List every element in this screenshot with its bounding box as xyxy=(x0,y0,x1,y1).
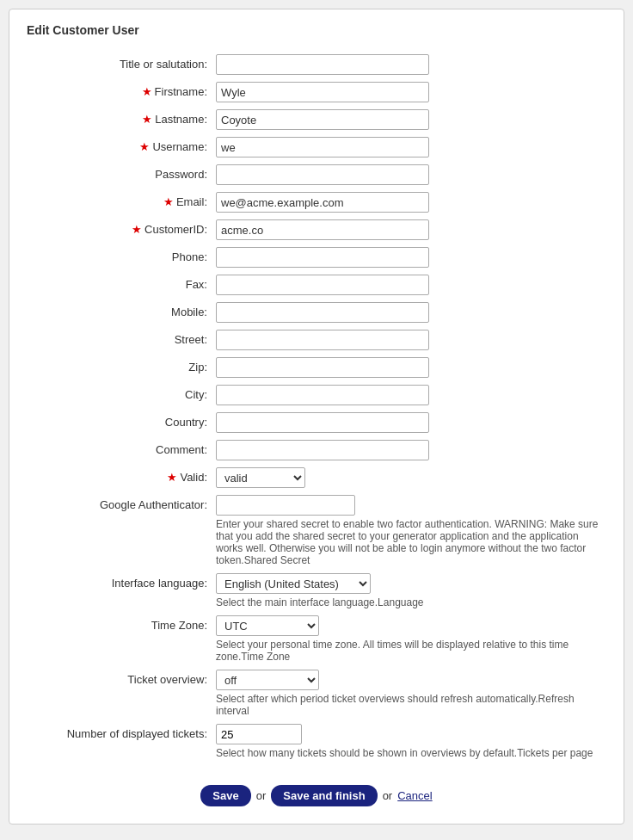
label-city: City: xyxy=(27,385,216,401)
label-email: ★Email: xyxy=(27,192,216,208)
label-num-tickets: Number of displayed tickets: xyxy=(27,724,216,740)
label-phone: Phone: xyxy=(27,247,216,263)
label-customer-id: ★CustomerID: xyxy=(27,219,216,236)
label-lastname: ★Lastname: xyxy=(27,109,216,126)
required-star: ★ xyxy=(132,223,142,236)
ticket-overview-hint: Select after which period ticket overvie… xyxy=(216,693,606,717)
required-star: ★ xyxy=(139,140,150,153)
label-username: ★Username: xyxy=(27,137,216,153)
label-zip: Zip: xyxy=(27,357,216,374)
label-timezone: Time Zone: xyxy=(27,615,216,632)
row-customer-id: ★CustomerID: xyxy=(27,219,606,240)
input-google-auth[interactable] xyxy=(216,495,355,516)
google-auth-field-col: Enter your shared secret to enable two f… xyxy=(216,495,606,566)
row-country: Country: xyxy=(27,412,606,433)
row-google-auth: Google Authenticator: Enter your shared … xyxy=(27,495,606,566)
select-ticket-overview[interactable]: off 1 minute 5 minutes xyxy=(216,670,319,690)
select-valid[interactable]: valid invalid xyxy=(216,467,305,488)
timezone-hint: Select your personal time zone. All time… xyxy=(216,639,606,663)
label-title-salutation: Title or salutation: xyxy=(27,54,216,71)
row-password: Password: xyxy=(27,164,606,185)
input-country[interactable] xyxy=(216,412,429,433)
label-country: Country: xyxy=(27,412,216,429)
input-firstname[interactable] xyxy=(216,82,429,102)
required-star: ★ xyxy=(142,113,152,126)
required-star: ★ xyxy=(167,471,177,484)
row-ticket-overview: Ticket overview: off 1 minute 5 minutes … xyxy=(27,670,606,717)
row-comment: Comment: xyxy=(27,440,606,460)
num-tickets-field-col: Select how many tickets should be shown … xyxy=(216,724,593,759)
input-customer-id[interactable] xyxy=(216,219,429,240)
label-valid: ★Valid: xyxy=(27,467,216,484)
cancel-button[interactable]: Cancel xyxy=(397,789,432,802)
label-comment: Comment: xyxy=(27,440,216,456)
save-and-finish-button[interactable]: Save and finish xyxy=(271,785,377,806)
interface-lang-hint: Select the main interface language.Langu… xyxy=(216,596,424,608)
input-city[interactable] xyxy=(216,385,429,405)
input-street[interactable] xyxy=(216,330,429,350)
row-mobile: Mobile: xyxy=(27,302,606,323)
input-username[interactable] xyxy=(216,137,429,158)
required-star: ★ xyxy=(142,85,152,98)
label-fax: Fax: xyxy=(27,275,216,291)
page-title: Edit Customer User xyxy=(27,23,606,42)
select-interface-lang[interactable]: English (United States) xyxy=(216,573,371,594)
row-phone: Phone: xyxy=(27,247,606,268)
label-firstname: ★Firstname: xyxy=(27,82,216,98)
interface-lang-field-col: English (United States) Select the main … xyxy=(216,573,424,608)
input-zip[interactable] xyxy=(216,357,429,378)
input-num-tickets[interactable] xyxy=(216,724,302,744)
input-email[interactable] xyxy=(216,192,429,213)
row-street: Street: xyxy=(27,330,606,350)
label-password: Password: xyxy=(27,164,216,181)
row-timezone: Time Zone: UTC Select your personal time… xyxy=(27,615,606,663)
row-num-tickets: Number of displayed tickets: Select how … xyxy=(27,724,606,759)
label-google-auth: Google Authenticator: xyxy=(27,495,216,511)
input-phone[interactable] xyxy=(216,247,429,268)
input-title-salutation[interactable] xyxy=(216,54,429,75)
label-street: Street: xyxy=(27,330,216,346)
save-button[interactable]: Save xyxy=(200,785,250,806)
row-firstname: ★Firstname: xyxy=(27,82,606,102)
google-auth-hint: Enter your shared secret to enable two f… xyxy=(216,518,606,566)
timezone-field-col: UTC Select your personal time zone. All … xyxy=(216,615,606,663)
row-zip: Zip: xyxy=(27,357,606,378)
button-row: Save or Save and finish or Cancel xyxy=(27,776,606,806)
num-tickets-hint: Select how many tickets should be shown … xyxy=(216,747,593,759)
input-mobile[interactable] xyxy=(216,302,429,323)
select-timezone[interactable]: UTC xyxy=(216,615,319,636)
row-email: ★Email: xyxy=(27,192,606,213)
or-text-2: or xyxy=(383,789,393,802)
input-comment[interactable] xyxy=(216,440,429,460)
label-interface-lang: Interface language: xyxy=(27,573,216,590)
edit-customer-user-form: Edit Customer User Title or salutation: … xyxy=(9,9,624,825)
label-ticket-overview: Ticket overview: xyxy=(27,670,216,686)
or-text-1: or xyxy=(256,789,267,802)
row-lastname: ★Lastname: xyxy=(27,109,606,130)
ticket-overview-field-col: off 1 minute 5 minutes Select after whic… xyxy=(216,670,606,717)
required-star: ★ xyxy=(163,195,174,208)
row-city: City: xyxy=(27,385,606,405)
row-interface-lang: Interface language: English (United Stat… xyxy=(27,573,606,608)
input-fax[interactable] xyxy=(216,275,429,295)
row-title-salutation: Title or salutation: xyxy=(27,54,606,75)
input-lastname[interactable] xyxy=(216,109,429,130)
row-valid: ★Valid: valid invalid xyxy=(27,467,606,488)
label-mobile: Mobile: xyxy=(27,302,216,318)
row-fax: Fax: xyxy=(27,275,606,295)
input-password[interactable] xyxy=(216,164,429,185)
row-username: ★Username: xyxy=(27,137,606,158)
